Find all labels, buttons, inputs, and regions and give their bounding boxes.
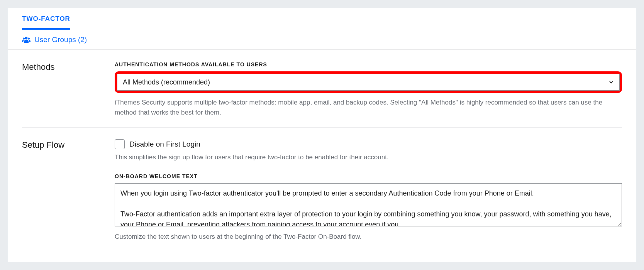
svg-point-0 [25,37,28,40]
welcome-text-help: Customize the text shown to users at the… [115,232,622,242]
disable-first-login-checkbox[interactable] [115,139,125,149]
disable-first-login-label: Disable on First Login [129,140,200,148]
svg-point-1 [23,37,25,39]
section-setup-flow: Setup Flow Disable on First Login This s… [22,127,622,251]
welcome-text-label: ON-BOARD WELCOME TEXT [115,173,622,179]
auth-methods-help: iThemes Security supports multiple two-f… [115,98,622,118]
user-groups-label: User Groups (2) [34,35,87,44]
auth-methods-highlight: All Methods (recommended) [115,71,622,93]
tab-two-factor[interactable]: TWO-FACTOR [22,8,70,30]
welcome-text-textarea[interactable] [115,183,622,226]
auth-methods-select[interactable]: All Methods (recommended) [117,74,620,91]
svg-point-2 [28,37,30,39]
tab-bar: TWO-FACTOR [8,8,636,30]
settings-panel: TWO-FACTOR User Groups (2) Methods AUTHE… [8,8,636,262]
chevron-down-icon [608,79,614,85]
section-title-methods: Methods [22,61,115,118]
disable-first-login-row: Disable on First Login [115,139,622,149]
auth-methods-value: All Methods (recommended) [123,78,608,86]
user-groups-link[interactable]: User Groups (2) [8,30,636,50]
users-icon [22,36,31,43]
tab-label: TWO-FACTOR [22,15,70,22]
auth-methods-label: AUTHENTICATION METHODS AVAILABLE TO USER… [115,61,622,68]
disable-first-login-help: This simplifies the sign up flow for use… [115,152,622,162]
section-methods: Methods AUTHENTICATION METHODS AVAILABLE… [22,50,622,127]
settings-sections: Methods AUTHENTICATION METHODS AVAILABLE… [8,50,636,262]
section-title-setup-flow: Setup Flow [22,139,115,242]
